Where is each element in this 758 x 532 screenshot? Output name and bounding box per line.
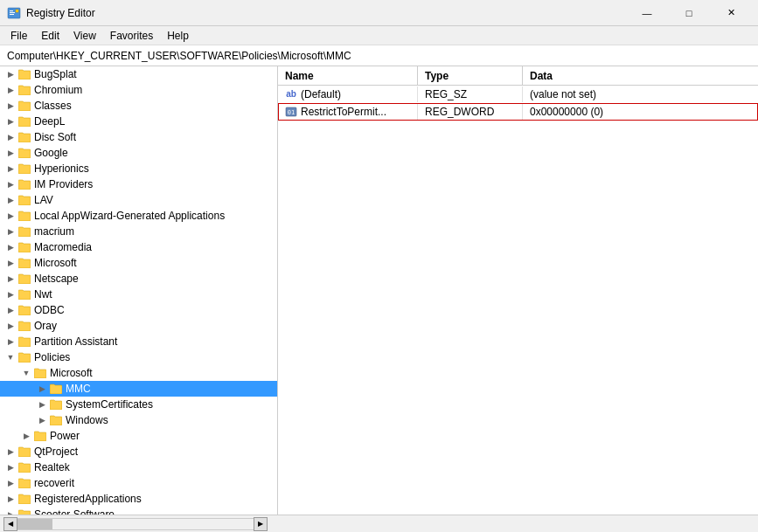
reg-cell-default-name: ab (Default)	[278, 86, 418, 102]
tree-label-netscape: Netscape	[34, 273, 79, 285]
expand-arrow-macrium[interactable]: ▶	[3, 225, 17, 238]
expand-arrow-scootersoftware[interactable]: ▶	[3, 508, 17, 515]
expand-arrow-oray[interactable]: ▶	[3, 319, 17, 333]
tree-item-windows[interactable]: ▶ Windows	[0, 412, 277, 428]
expand-arrow-power[interactable]: ▶	[19, 429, 33, 443]
scroll-track[interactable]	[17, 518, 254, 530]
expand-arrow-improviders[interactable]: ▶	[3, 177, 17, 191]
tree-item-macrium[interactable]: ▶ macrium	[0, 224, 277, 239]
expand-arrow-policies[interactable]: ▼	[3, 350, 17, 364]
expand-arrow-google[interactable]: ▶	[3, 146, 17, 160]
expand-arrow-odbc[interactable]: ▶	[3, 303, 17, 317]
expand-arrow-chromium[interactable]: ▶	[3, 83, 17, 97]
expand-arrow-deepl[interactable]: ▶	[3, 114, 17, 128]
tree-item-localappwizard[interactable]: ▶ Local AppWizard-Generated Applications	[0, 208, 277, 224]
tree-item-hyperionics[interactable]: ▶ Hyperionics	[0, 161, 277, 176]
tree-label-macrium: macrium	[34, 225, 74, 238]
tree-item-odbc[interactable]: ▶ ODBC	[0, 302, 277, 318]
maximize-button[interactable]: □	[669, 0, 709, 26]
title-bar-controls: — □ ✕	[627, 0, 751, 26]
svg-rect-2	[10, 12, 15, 13]
tree-label-macromedia: Macromedia	[34, 241, 92, 253]
expand-arrow-mmc[interactable]: ▶	[35, 382, 49, 396]
reg-cell-restrict-type: REG_DWORD	[418, 104, 523, 120]
col-header-name[interactable]: Name	[278, 66, 418, 85]
expand-arrow-nwt[interactable]: ▶	[3, 287, 17, 301]
scroll-thumb[interactable]	[17, 519, 52, 529]
tree-item-improviders[interactable]: ▶ IM Providers	[0, 176, 277, 192]
registry-content: ab (Default) REG_SZ (value not set) 01 R…	[278, 86, 758, 515]
expand-arrow-recoverit[interactable]: ▶	[3, 476, 17, 490]
horizontal-scrollbar[interactable]: ◀ ▶	[3, 517, 268, 531]
scroll-right-button[interactable]: ▶	[254, 517, 268, 531]
tree-item-registeredapplications[interactable]: ▶ RegisteredApplications	[0, 491, 277, 507]
tree-label-microsoft2: Microsoft	[50, 367, 93, 379]
folder-icon-windows	[49, 413, 63, 427]
expand-arrow-discsoft[interactable]: ▶	[3, 130, 17, 144]
expand-arrow-realtek[interactable]: ▶	[3, 460, 17, 474]
tree-item-oray[interactable]: ▶ Oray	[0, 318, 277, 334]
expand-arrow-classes[interactable]: ▶	[3, 99, 17, 113]
tree-item-systemcertificates[interactable]: ▶ SystemCertificates	[0, 397, 277, 412]
tree-item-google[interactable]: ▶ Google	[0, 145, 277, 161]
title-bar-title: Registry Editor	[26, 7, 95, 19]
expand-arrow-netscape[interactable]: ▶	[3, 272, 17, 286]
col-header-type[interactable]: Type	[418, 66, 523, 85]
registry-editor-icon	[7, 6, 21, 20]
tree-item-recoverit[interactable]: ▶ recoverit	[0, 475, 277, 491]
expand-arrow-systemcertificates[interactable]: ▶	[35, 397, 49, 411]
reg-cell-restrict-data: 0x00000000 (0)	[523, 104, 758, 120]
tree-item-realtek[interactable]: ▶ Realtek	[0, 459, 277, 475]
expand-arrow-hyperionics[interactable]: ▶	[3, 162, 17, 176]
expand-arrow-microsoft[interactable]: ▶	[3, 256, 17, 270]
folder-icon-microsoft2	[33, 366, 47, 380]
tree-item-power[interactable]: ▶ Power	[0, 428, 277, 444]
tree-item-nwt[interactable]: ▶ Nwt	[0, 287, 277, 302]
menu-favorites[interactable]: Favorites	[103, 28, 160, 44]
tree-item-qtproject[interactable]: ▶ QtProject	[0, 444, 277, 459]
ab-icon: ab	[285, 88, 297, 100]
tree-panel[interactable]: ▶ BugSplat ▶ Chromium ▶ Classes ▶	[0, 66, 278, 515]
tree-label-nwt: Nwt	[34, 288, 52, 301]
tree-item-microsoft[interactable]: ▶ Microsoft	[0, 255, 277, 271]
reg-row-restricttopermit[interactable]: 01 RestrictToPermit... REG_DWORD 0x00000…	[278, 103, 758, 121]
expand-arrow-microsoft2[interactable]: ▼	[19, 366, 33, 380]
tree-item-scootersoftware[interactable]: ▶ Scooter Software	[0, 507, 277, 515]
expand-arrow-registeredapplications[interactable]: ▶	[3, 492, 17, 506]
menu-edit[interactable]: Edit	[34, 28, 66, 44]
tree-item-microsoft2[interactable]: ▼ Microsoft	[0, 365, 277, 381]
reg-row-default[interactable]: ab (Default) REG_SZ (value not set)	[278, 86, 758, 103]
tree-item-discsoft[interactable]: ▶ Disc Soft	[0, 129, 277, 145]
tree-item-bugsplat[interactable]: ▶ BugSplat	[0, 66, 277, 82]
folder-icon-oray	[17, 319, 31, 333]
tree-item-lav[interactable]: ▶ LAV	[0, 192, 277, 208]
tree-item-macromedia[interactable]: ▶ Macromedia	[0, 239, 277, 255]
tree-item-netscape[interactable]: ▶ Netscape	[0, 271, 277, 287]
menu-help[interactable]: Help	[160, 28, 196, 44]
tree-item-mmc[interactable]: ▶ MMC	[0, 381, 277, 397]
tree-label-power: Power	[50, 430, 80, 442]
menu-file[interactable]: File	[3, 28, 34, 44]
folder-icon-localappwizard	[17, 209, 31, 223]
col-header-data[interactable]: Data	[523, 66, 758, 85]
reg-cell-default-type: REG_SZ	[418, 86, 523, 102]
expand-arrow-bugsplat[interactable]: ▶	[3, 67, 17, 81]
menu-view[interactable]: View	[66, 28, 103, 44]
expand-arrow-lav[interactable]: ▶	[3, 193, 17, 207]
tree-item-partitionassistant[interactable]: ▶ Partition Assistant	[0, 334, 277, 349]
expand-arrow-qtproject[interactable]: ▶	[3, 445, 17, 459]
tree-item-deepl[interactable]: ▶ DeepL	[0, 114, 277, 129]
expand-arrow-partitionassistant[interactable]: ▶	[3, 335, 17, 349]
scroll-left-button[interactable]: ◀	[3, 517, 17, 531]
expand-arrow-macromedia[interactable]: ▶	[3, 240, 17, 254]
tree-item-policies[interactable]: ▼ Policies	[0, 349, 277, 365]
close-button[interactable]: ✕	[711, 0, 751, 26]
column-headers: Name Type Data	[278, 66, 758, 86]
tree-item-chromium[interactable]: ▶ Chromium	[0, 82, 277, 98]
expand-arrow-windows[interactable]: ▶	[35, 413, 49, 427]
address-bar: Computer\HKEY_CURRENT_USER\SOFTWARE\Poli…	[0, 45, 758, 66]
tree-item-classes[interactable]: ▶ Classes	[0, 98, 277, 114]
folder-icon-realtek	[17, 460, 31, 474]
minimize-button[interactable]: —	[627, 0, 667, 26]
expand-arrow-localappwizard[interactable]: ▶	[3, 209, 17, 223]
